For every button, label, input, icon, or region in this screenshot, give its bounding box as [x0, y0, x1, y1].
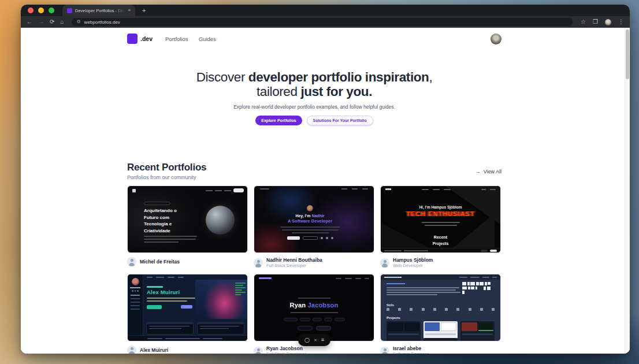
- decorative-lines: [385, 188, 496, 190]
- author-role: Web Developer: [393, 263, 433, 268]
- author-row[interactable]: Nadhir Henni Bouthaiba Full Stack Develo…: [254, 257, 374, 268]
- portfolio-card: Hi, I'm Hampus Sjöblom TECH ENTHUSIAST R…: [380, 185, 501, 268]
- portfolio-card: Hey, I'm Nadhir A Software Developer: [254, 185, 374, 268]
- browser-profile-avatar[interactable]: [605, 19, 611, 25]
- browser-tab-bar: Developer Portfolios - Disco ✕ +: [21, 5, 630, 16]
- back-icon[interactable]: ←: [27, 19, 32, 25]
- portfolio-card: Alex Muiruri: [127, 274, 248, 354]
- portfolio-card: Skills Projects: [380, 274, 501, 354]
- browser-menu-icon[interactable]: ⋮: [618, 19, 624, 25]
- portfolio-grid: Arquitetando o Futuro com Tecnologia e C…: [127, 185, 501, 354]
- portfolio-thumbnail[interactable]: Arquitetando o Futuro com Tecnologia e C…: [127, 185, 248, 253]
- decorative-lines: [254, 226, 366, 233]
- menu-icon[interactable]: ≡: [321, 337, 324, 343]
- thumb-panel: [146, 322, 194, 335]
- portfolio-thumbnail[interactable]: Hi, I'm Hampus Sjöblom TECH ENTHUSIAST R…: [380, 185, 501, 253]
- asteroid-graphic: [206, 206, 235, 235]
- person-icon: [254, 258, 263, 268]
- decorative-lines: [235, 283, 246, 296]
- browser-tab[interactable]: Developer Portfolios - Disco ✕: [62, 5, 135, 16]
- site-logo-text[interactable]: .dev: [140, 35, 153, 42]
- decorative-lines: [128, 335, 247, 341]
- maximize-window-button[interactable]: [49, 8, 54, 13]
- portfolio-card: Arquitetando o Futuro com Tecnologia e C…: [127, 185, 248, 268]
- url-text: webportfolios.dev: [84, 20, 120, 25]
- decorative-lines: [387, 287, 460, 296]
- extensions-icon[interactable]: ❐: [593, 19, 598, 25]
- close-icon[interactable]: ✕: [314, 338, 317, 342]
- thumb-name: Ryan Jacobson: [254, 302, 374, 309]
- browser-toolbar: ← → ⟳ ⌂ ⚙ webportfolios.dev ☆ ❐ ⋮: [21, 16, 630, 28]
- thumb-name: Alex Muiruri: [147, 289, 180, 295]
- ascii-art-graphic: [462, 282, 492, 294]
- recent-portfolios-header: Recent Portfolios Portfolios from our co…: [127, 162, 501, 180]
- author-role: Full Stack Developer: [266, 351, 306, 354]
- minimize-window-button[interactable]: [38, 8, 44, 13]
- site-nav: .dev Portfolios Guides: [127, 31, 501, 46]
- refresh-icon[interactable]: ⟳: [50, 19, 54, 25]
- thumb-greeting: Hey, I'm Nadhir: [254, 214, 366, 218]
- browser-window: Developer Portfolios - Disco ✕ + ← → ⟳ ⌂…: [21, 5, 630, 354]
- circle-icon[interactable]: ◯: [304, 338, 310, 343]
- site-logo-icon[interactable]: [127, 34, 138, 44]
- author-role: Software Engineer: [393, 351, 429, 354]
- author-row[interactable]: Israel abebe Software Engineer: [380, 346, 501, 354]
- author-role: Full Stack Developer: [266, 263, 322, 268]
- author-name: Israel abebe: [393, 346, 429, 351]
- mini-avatar: [307, 205, 313, 211]
- portfolio-thumbnail[interactable]: Alex Muiruri: [127, 274, 248, 341]
- floating-dev-widget[interactable]: ◯ ✕ ≡: [298, 334, 330, 346]
- author-name: Nadhir Henni Bouthaiba: [266, 257, 322, 263]
- portfolio-thumbnail[interactable]: Skills Projects: [380, 274, 501, 341]
- person-icon: [380, 258, 389, 268]
- author-row[interactable]: Ryan Jacobson Full Stack Developer: [254, 346, 374, 354]
- home-icon[interactable]: ⌂: [60, 19, 64, 25]
- section-subtitle: Portfolios from our community: [127, 174, 501, 180]
- nav-link-portfolios[interactable]: Portfolios: [165, 36, 188, 42]
- scrollbar-thumb[interactable]: [626, 29, 629, 79]
- solutions-button[interactable]: Solutions For Your Portfolio: [307, 116, 373, 125]
- thumb-heading: Arquitetando o Futuro com Tecnologia e C…: [144, 207, 185, 234]
- forward-icon[interactable]: →: [38, 19, 44, 25]
- close-window-button[interactable]: [28, 8, 34, 13]
- tab-favicon-icon: [67, 8, 72, 13]
- decorative-lines: [387, 338, 495, 341]
- window-controls: [28, 8, 54, 13]
- web-page: .dev Portfolios Guides Discover develope…: [21, 28, 630, 354]
- explore-portfolios-button[interactable]: Explore Portfolios: [255, 116, 302, 125]
- person-icon: [127, 257, 136, 266]
- person-icon: [127, 346, 136, 354]
- thumb-role: A Software Developer: [254, 218, 366, 224]
- author-row[interactable]: Michel de Freitas: [127, 257, 248, 266]
- site-settings-icon[interactable]: ⚙: [76, 20, 80, 24]
- user-avatar[interactable]: [491, 34, 501, 44]
- decorative-chips: [254, 318, 374, 321]
- portfolio-thumbnail[interactable]: Hey, I'm Nadhir A Software Developer: [254, 185, 374, 253]
- view-all-link[interactable]: → View All: [475, 169, 501, 174]
- decorative-lines: [381, 274, 500, 280]
- thumb-projects-label: Projects: [387, 316, 400, 320]
- thumb-panel: [197, 322, 244, 335]
- author-row[interactable]: Hampus Sjöblom Web Developer: [380, 257, 501, 268]
- arrow-right-icon: →: [475, 169, 481, 174]
- bookmark-star-icon[interactable]: ☆: [581, 19, 586, 25]
- hero-section: Discover developer portfolio inspiration…: [127, 70, 501, 125]
- tab-title: Developer Portfolios - Disco: [75, 8, 125, 13]
- thumb-headline: TECH ENTHUSIAST: [381, 210, 500, 217]
- person-icon: [254, 347, 263, 354]
- hero-heading: Discover developer portfolio inspiration…: [192, 70, 437, 99]
- page-scrollbar[interactable]: [625, 28, 630, 354]
- decorative-lines: [381, 248, 500, 252]
- tab-close-icon[interactable]: ✕: [128, 8, 131, 13]
- skill-icons: [387, 308, 495, 311]
- thumb-skills-label: Skills: [387, 303, 394, 307]
- decorative-lines: [147, 277, 184, 278]
- nav-link-guides[interactable]: Guides: [199, 36, 216, 42]
- author-name: Ryan Jacobson: [266, 346, 306, 351]
- address-bar[interactable]: ⚙ webportfolios.dev: [72, 18, 573, 26]
- project-cards: [387, 321, 495, 339]
- new-tab-button[interactable]: +: [142, 8, 146, 14]
- portfolio-thumbnail[interactable]: Ryan Jacobson: [254, 274, 374, 341]
- author-row[interactable]: Alex Muiruri: [127, 346, 248, 354]
- decorative-lines: [260, 188, 368, 190]
